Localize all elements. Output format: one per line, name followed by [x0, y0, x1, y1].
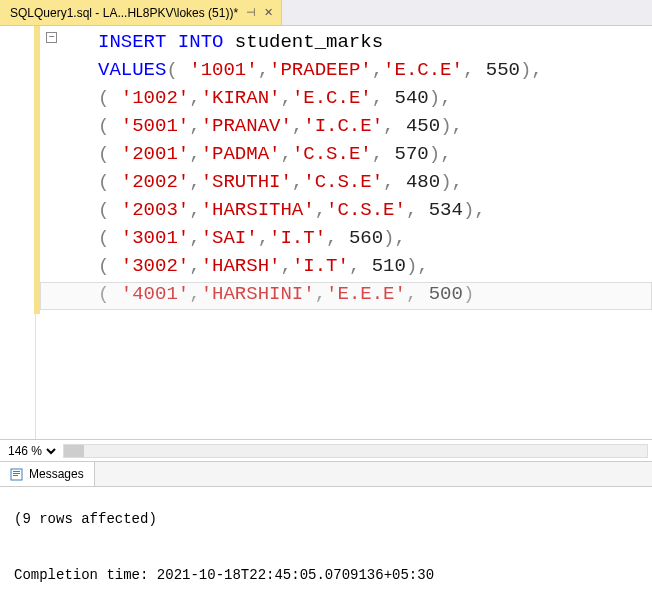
results-tabs: Messages — [0, 461, 652, 487]
editor-area[interactable]: − INSERT INTO student_marks VALUES( '100… — [0, 26, 652, 439]
messages-icon — [10, 468, 23, 481]
rows-affected-text: (9 rows affected) — [14, 505, 638, 533]
messages-pane[interactable]: (9 rows affected) Completion time: 2021-… — [0, 487, 652, 607]
close-icon[interactable]: ✕ — [264, 6, 273, 19]
svg-rect-2 — [13, 473, 20, 474]
collapse-toggle[interactable]: − — [46, 32, 57, 43]
completion-time-text: Completion time: 2021-10-18T22:45:05.070… — [14, 561, 638, 589]
scrollbar-thumb[interactable] — [64, 445, 84, 457]
pin-icon[interactable]: ⊣ — [246, 6, 256, 19]
code-content[interactable]: INSERT INTO student_marks VALUES( '1001'… — [36, 26, 543, 439]
messages-tab-label: Messages — [29, 467, 84, 481]
zoom-bar: 146 % — [0, 439, 652, 461]
tab-title: SQLQuery1.sql - LA...HL8PKV\lokes (51))* — [10, 6, 238, 20]
tab-bar: SQLQuery1.sql - LA...HL8PKV\lokes (51))*… — [0, 0, 652, 26]
messages-tab[interactable]: Messages — [0, 462, 95, 486]
svg-rect-3 — [13, 475, 18, 476]
horizontal-scrollbar[interactable] — [63, 444, 648, 458]
modified-indicator — [34, 26, 40, 314]
gutter — [0, 26, 36, 439]
svg-rect-1 — [13, 471, 20, 472]
editor-tab[interactable]: SQLQuery1.sql - LA...HL8PKV\lokes (51))*… — [0, 0, 282, 25]
svg-rect-0 — [11, 469, 22, 480]
zoom-select[interactable]: 146 % — [4, 443, 59, 459]
